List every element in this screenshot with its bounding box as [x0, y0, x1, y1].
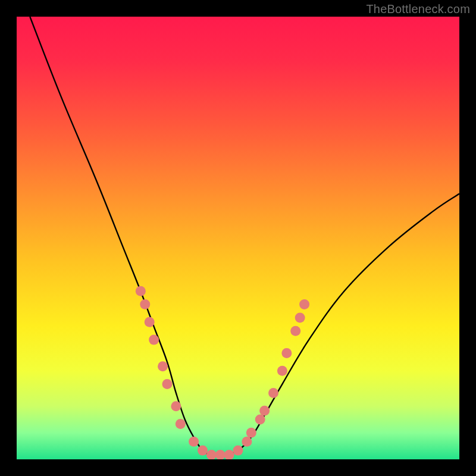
curve-markers — [136, 286, 309, 459]
data-marker — [140, 299, 150, 309]
data-marker — [206, 450, 217, 459]
plot-area — [17, 17, 459, 459]
data-marker — [215, 450, 226, 459]
data-marker — [277, 366, 287, 376]
data-marker — [246, 428, 256, 438]
watermark-text: TheBottleneck.com — [366, 2, 470, 16]
data-marker — [171, 401, 181, 411]
curve-layer — [17, 17, 459, 459]
data-marker — [299, 299, 309, 309]
data-marker — [145, 317, 155, 327]
data-marker — [281, 348, 292, 358]
data-marker — [136, 286, 146, 296]
data-marker — [268, 388, 278, 398]
data-marker — [176, 419, 186, 429]
data-marker — [189, 437, 199, 447]
chart-frame: TheBottleneck.com — [0, 0, 476, 476]
data-marker — [149, 335, 159, 345]
data-marker — [233, 446, 243, 456]
data-marker — [198, 446, 208, 456]
data-marker — [158, 361, 168, 371]
data-marker — [242, 437, 252, 447]
data-marker — [295, 312, 305, 322]
data-marker — [162, 379, 172, 389]
bottleneck-curve — [30, 17, 459, 456]
data-marker — [224, 450, 234, 459]
data-marker — [255, 415, 265, 425]
data-marker — [290, 326, 300, 336]
data-marker — [259, 406, 270, 416]
